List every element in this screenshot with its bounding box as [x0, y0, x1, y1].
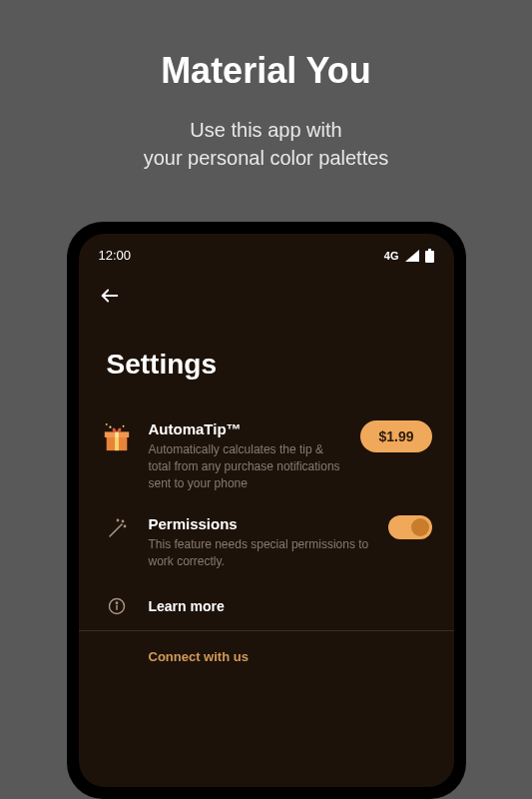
- setting-automatip: AutomaTip™ Automatically calculates the …: [79, 408, 454, 503]
- learn-more-label: Learn more: [149, 598, 225, 614]
- phone-frame: 12:00 4G Settings: [67, 222, 466, 799]
- svg-point-7: [109, 426, 111, 428]
- back-button[interactable]: [99, 285, 121, 307]
- svg-point-9: [122, 425, 124, 427]
- permissions-toggle[interactable]: [388, 515, 432, 539]
- svg-point-12: [124, 526, 125, 527]
- network-label: 4G: [384, 250, 399, 262]
- gift-icon: [101, 420, 133, 452]
- permissions-description: This feature needs special permissions t…: [149, 536, 372, 570]
- svg-point-8: [105, 423, 107, 425]
- battery-icon: [425, 249, 434, 263]
- svg-rect-6: [115, 431, 119, 437]
- automatip-title: AutomaTip™: [149, 420, 345, 437]
- setting-body: Permissions This feature needs special p…: [149, 515, 372, 570]
- setting-permissions: Permissions This feature needs special p…: [79, 503, 454, 582]
- permissions-title: Permissions: [149, 515, 372, 532]
- svg-rect-1: [425, 251, 434, 263]
- phone-screen: 12:00 4G Settings: [79, 234, 454, 787]
- setting-action: [388, 515, 432, 539]
- wand-icon: [101, 515, 133, 541]
- connect-label: Connect with us: [79, 631, 454, 664]
- settings-title: Settings: [79, 311, 454, 408]
- status-time: 12:00: [99, 248, 132, 263]
- automatip-description: Automatically calculates the tip & total…: [149, 441, 345, 491]
- app-bar: [79, 271, 454, 311]
- learn-more-row[interactable]: Learn more: [79, 582, 454, 631]
- status-bar: 12:00 4G: [79, 234, 454, 271]
- page-subtitle: Use this app with your personal color pa…: [144, 116, 389, 172]
- page-title: Material You: [161, 50, 371, 92]
- signal-icon: [405, 250, 419, 262]
- price-button[interactable]: $1.99: [360, 420, 431, 452]
- info-icon: [101, 596, 133, 616]
- svg-rect-0: [428, 249, 431, 251]
- svg-point-13: [117, 520, 118, 521]
- status-right: 4G: [384, 249, 434, 263]
- toggle-knob: [411, 518, 429, 536]
- svg-line-10: [110, 524, 122, 536]
- svg-point-16: [116, 602, 117, 603]
- setting-body: AutomaTip™ Automatically calculates the …: [149, 420, 345, 491]
- svg-rect-4: [115, 435, 119, 450]
- setting-action: $1.99: [360, 420, 431, 452]
- svg-point-11: [122, 521, 123, 522]
